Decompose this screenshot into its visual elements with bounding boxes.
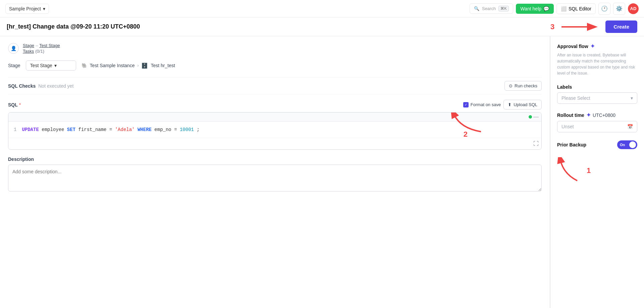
- description-textarea[interactable]: [8, 165, 542, 191]
- status-dot: [529, 115, 532, 119]
- stage-row: Stage Test Stage ▾ 🐘 Test Sample Instanc…: [8, 60, 542, 71]
- approval-flow-section: Approval flow ✦ After an issue is create…: [557, 43, 637, 76]
- stage-links: Stage – Test Stage Tasks (0/1): [23, 43, 60, 54]
- expand-icon[interactable]: ⛶: [533, 141, 539, 147]
- minimize-icon[interactable]: —: [533, 114, 539, 120]
- sql-editor-icon: ⬜: [561, 6, 567, 11]
- string-value: 'Adela': [115, 127, 135, 132]
- want-help-button[interactable]: Want help 💬: [516, 4, 554, 14]
- search-shortcut: ⌘K: [498, 6, 508, 11]
- labels-chevron-icon: ▾: [631, 95, 633, 101]
- title-bar: [hr_test] Change data @09-20 11:20 UTC+0…: [0, 17, 644, 36]
- sql-actions: ✓ Format on save ⬆ Upload SQL: [463, 100, 542, 109]
- selected-stage-value: Test Stage: [30, 63, 52, 68]
- sql-checks-status: Not executed yet: [38, 83, 73, 89]
- sql-section: SQL * ✓ Format on save ⬆ Upload SQL: [8, 100, 542, 150]
- approval-flow-desc: After an issue is created, Bytebase will…: [557, 52, 637, 76]
- sql-checks-row: SQL Checks Not executed yet ⊙ Run checks: [8, 77, 542, 94]
- instance-path: 🐘 Test Sample Instance › 🗄️ Test hr_test: [82, 62, 175, 69]
- approval-flow-label: Approval flow: [557, 44, 588, 49]
- tasks-link[interactable]: Tasks: [23, 49, 34, 54]
- tasks-row: Tasks (0/1): [23, 49, 60, 54]
- labels-title: Labels: [557, 84, 637, 90]
- prior-backup-toggle[interactable]: On: [617, 140, 637, 149]
- anno-1-label: 1: [587, 166, 591, 175]
- toggle-thumb: [629, 141, 636, 148]
- gear-icon: ⚙️: [616, 5, 623, 12]
- left-content: 👤 Stage – Test Stage Tasks (0/1) Stage T…: [0, 36, 550, 308]
- stage-icon: 👤: [8, 43, 19, 54]
- sql-title: SQL: [8, 102, 18, 107]
- tasks-count: (0/1): [35, 49, 44, 54]
- nav-right: 🔍 Search ⌘K Want help 💬 ⬜ SQL Editor 🕐 ⚙…: [470, 3, 639, 15]
- stage-select[interactable]: Test Stage ▾: [26, 60, 76, 71]
- arrow-right-annotation: [560, 22, 600, 32]
- labels-placeholder: Please Select: [561, 95, 590, 101]
- upload-sql-button[interactable]: ⬆ Upload SQL: [503, 100, 542, 109]
- upload-icon: ⬆: [508, 102, 512, 107]
- instance-name: Test Sample Instance: [90, 63, 135, 68]
- sql-checks-title: SQL Checks: [8, 83, 36, 89]
- sql-title-row: SQL *: [8, 102, 21, 107]
- rollout-placeholder: Unset: [561, 124, 574, 129]
- rollout-sparkle-icon: ✦: [586, 112, 591, 118]
- db-icon: 🗄️: [141, 62, 148, 69]
- upload-sql-label: Upload SQL: [514, 102, 537, 107]
- want-help-label: Want help: [521, 6, 542, 11]
- chat-icon: 💬: [543, 6, 549, 11]
- settings-button[interactable]: ⚙️: [613, 3, 625, 15]
- project-name: Sample Project: [9, 6, 41, 11]
- search-bar[interactable]: 🔍 Search ⌘K: [470, 3, 513, 14]
- stage-info: 👤 Stage – Test Stage Tasks (0/1): [8, 43, 542, 54]
- title-right: 3 Create: [550, 20, 637, 33]
- test-stage-link[interactable]: Test Stage: [39, 43, 60, 48]
- clock-icon: 🕐: [601, 5, 608, 12]
- description-title: Description: [8, 157, 542, 162]
- approval-flow-title: Approval flow ✦: [557, 43, 637, 49]
- code-footer: ⛶: [8, 138, 541, 149]
- rollout-time-title-row: Rollout time ✦ UTC+0800: [557, 112, 637, 118]
- description-section: Description: [8, 157, 542, 192]
- sql-editor-button[interactable]: ⬜ SQL Editor: [556, 3, 596, 14]
- clock-button[interactable]: 🕐: [598, 3, 610, 15]
- db-name: Test hr_test: [151, 63, 175, 68]
- stage-link[interactable]: Stage: [23, 43, 34, 48]
- project-selector[interactable]: Sample Project ▾: [5, 4, 49, 14]
- calendar-icon: 📅: [627, 124, 633, 129]
- toggle-label: On: [620, 143, 625, 147]
- labels-section: Labels Please Select ▾: [557, 84, 637, 104]
- top-nav: Sample Project ▾ 🔍 Search ⌘K Want help 💬…: [0, 0, 644, 17]
- prior-backup-section: Prior Backup On: [557, 140, 637, 149]
- run-checks-label: Run checks: [515, 83, 537, 88]
- rollout-time-input[interactable]: Unset 📅: [557, 121, 637, 132]
- chevron-down-icon: ▾: [43, 6, 45, 11]
- code-editor[interactable]: — 1 UPDATE employee SET first_name = 'Ad…: [8, 112, 542, 150]
- search-icon: 🔍: [474, 6, 479, 11]
- run-checks-button[interactable]: ⊙ Run checks: [504, 81, 542, 91]
- avatar[interactable]: AD: [628, 3, 639, 14]
- keyword-update: UPDATE: [22, 127, 39, 132]
- postgres-icon: 🐘: [82, 63, 87, 68]
- sql-header: SQL * ✓ Format on save ⬆ Upload SQL: [8, 100, 542, 109]
- nav-left: Sample Project ▾: [5, 4, 49, 14]
- path-separator-icon: ›: [137, 63, 139, 68]
- run-checks-icon: ⊙: [509, 83, 513, 88]
- code-content[interactable]: UPDATE employee SET first_name = 'Adela'…: [22, 127, 536, 132]
- right-panel: Approval flow ✦ After an issue is create…: [550, 36, 644, 308]
- format-on-save-row: ✓ Format on save: [463, 102, 501, 107]
- rollout-timezone: UTC+0800: [593, 113, 615, 118]
- labels-select[interactable]: Please Select ▾: [557, 92, 637, 104]
- sql-checks-left: SQL Checks Not executed yet: [8, 83, 73, 89]
- line-numbers: 1: [14, 127, 16, 132]
- create-button[interactable]: Create: [605, 20, 637, 33]
- stage-field-label: Stage: [8, 63, 20, 68]
- sql-editor-label: SQL Editor: [569, 6, 591, 11]
- format-save-checkbox[interactable]: ✓: [463, 102, 469, 107]
- issue-title: [hr_test] Change data @09-20 11:20 UTC+0…: [7, 23, 140, 30]
- keyword-where: WHERE: [138, 127, 152, 132]
- stage-chevron-icon: ▾: [54, 63, 57, 68]
- search-label: Search: [482, 6, 496, 11]
- prior-backup-title: Prior Backup: [557, 142, 586, 147]
- code-body: 1 UPDATE employee SET first_name = 'Adel…: [8, 122, 541, 138]
- arrow-1-area: 1: [557, 157, 637, 184]
